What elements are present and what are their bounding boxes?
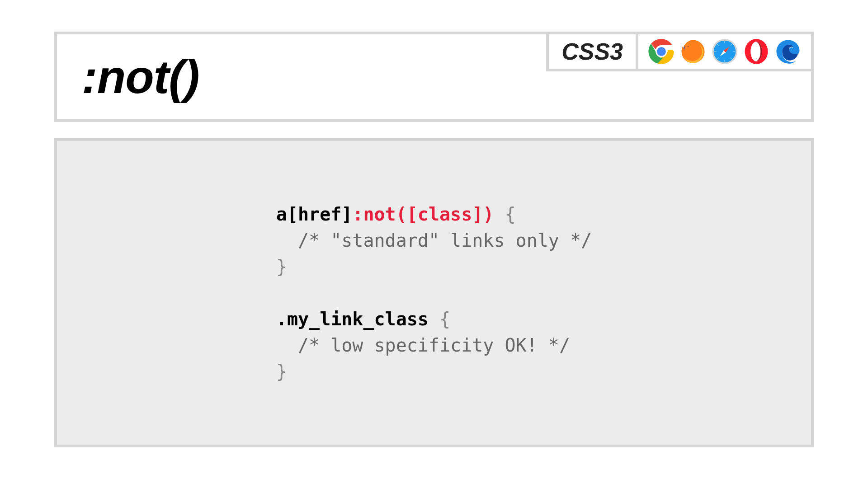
chrome-icon [648, 38, 675, 65]
opera-icon [743, 38, 769, 65]
code-selector-prefix: a[href] [276, 204, 353, 225]
code-panel: a[href]:not([class]) { /* "standard" lin… [54, 138, 814, 447]
edge-icon [775, 38, 801, 65]
safari-icon [712, 38, 738, 65]
code-brace-close: } [276, 361, 287, 382]
code-brace-open: { [429, 309, 450, 329]
svg-point-2 [657, 47, 666, 56]
spec-cell: CSS3 [546, 34, 636, 71]
code-selector-not: :not([class]) [352, 204, 494, 225]
code-selector: .my_link_class [276, 309, 429, 329]
code-brace-close: } [276, 256, 287, 277]
browser-support-cell [636, 34, 811, 71]
code-brace-open: { [494, 204, 515, 225]
slide: :not() CSS3 [0, 0, 868, 488]
slide-header: :not() CSS3 [54, 32, 814, 122]
code-comment: /* low specificity OK! */ [276, 335, 570, 356]
firefox-icon [680, 38, 706, 65]
title-region: :not() [57, 34, 546, 119]
code-block: a[href]:not([class]) { /* "standard" lin… [276, 201, 592, 385]
slide-title: :not() [82, 50, 199, 104]
code-comment: /* "standard" links only */ [276, 230, 592, 251]
spec-label: CSS3 [561, 38, 623, 65]
